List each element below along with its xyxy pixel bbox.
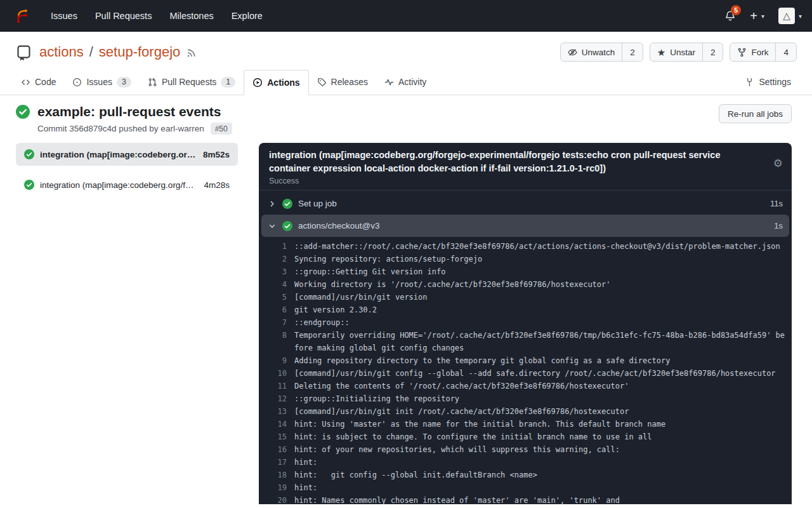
avatar: △: [778, 8, 795, 24]
pulse-icon: [384, 77, 394, 87]
log-line-number[interactable]: 1: [268, 240, 287, 253]
pull-requests-count-badge: 1: [221, 77, 235, 88]
step-duration: 1s: [774, 221, 783, 231]
log-line-text: hint: Using 'master' as the name for the…: [294, 418, 786, 431]
issues-count-badge: 3: [117, 77, 131, 88]
log-line-text: Deleting the contents of '/root/.cache/a…: [294, 380, 786, 392]
tab-releases[interactable]: Releases: [309, 69, 376, 95]
log-line-text: hint: git config --global init.defaultBr…: [294, 469, 786, 481]
tab-activity[interactable]: Activity: [376, 69, 435, 95]
log-line-number[interactable]: 11: [268, 380, 287, 392]
success-check-icon: [282, 199, 292, 209]
breadcrumb-separator: /: [89, 44, 93, 60]
repository-icon: [15, 44, 32, 62]
log-line-number[interactable]: 18: [268, 469, 287, 481]
log-line: 19hint:: [259, 481, 792, 494]
log-line: 2Syncing repository: actions/setup-forge…: [259, 253, 792, 265]
log-line-text: Temporarily overriding HOME='/root/.cach…: [294, 329, 786, 354]
log-line: 5[command]/usr/bin/git version: [259, 291, 792, 304]
log-line-text: [command]/usr/bin/git config --global --…: [294, 367, 786, 380]
job-status: Success: [269, 177, 782, 185]
log-line-number[interactable]: 8: [268, 329, 287, 342]
log-line: 13[command]/usr/bin/git init /root/.cach…: [259, 405, 792, 418]
log-line-text: ::group::Getting Git version info: [294, 265, 786, 278]
top-navbar: Issues Pull Requests Milestones Explore …: [0, 0, 812, 32]
log-line-number[interactable]: 10: [268, 367, 287, 380]
repo-name-link[interactable]: setup-forgejo: [99, 44, 180, 60]
log-line-number[interactable]: 19: [268, 481, 287, 494]
pull-request-icon: [148, 77, 157, 87]
success-check-icon: [24, 180, 34, 190]
log-line-number[interactable]: 6: [268, 304, 287, 316]
issue-icon: [72, 77, 82, 87]
fork-icon: [737, 48, 747, 57]
log-line-number[interactable]: 12: [268, 392, 287, 405]
notifications-button[interactable]: 5: [724, 10, 736, 22]
log-line: 15hint: is subject to change. To configu…: [259, 431, 792, 443]
log-line-number[interactable]: 15: [268, 431, 287, 443]
code-icon: [21, 77, 30, 87]
log-line-number[interactable]: 2: [268, 253, 287, 265]
tab-actions[interactable]: Actions: [244, 70, 308, 95]
job-duration: 8m52s: [203, 150, 230, 159]
tab-actions-label: Actions: [267, 77, 299, 88]
job-list-item[interactable]: integration (map[image:codeberg.org/forg…: [16, 143, 238, 166]
gear-icon[interactable]: ⚙: [773, 157, 783, 170]
unwatch-button[interactable]: Unwatch 2: [560, 43, 643, 62]
log-line-number[interactable]: 3: [268, 265, 287, 278]
nav-link-milestones[interactable]: Milestones: [160, 0, 222, 32]
nav-link-explore[interactable]: Explore: [223, 0, 272, 32]
forks-count[interactable]: 4: [775, 43, 796, 61]
log-line: 10[command]/usr/bin/git config --global …: [259, 367, 792, 380]
log-line-text: [command]/usr/bin/git version: [294, 291, 786, 304]
log-line: 17hint:: [259, 456, 792, 469]
log-line: 8Temporarily overriding HOME='/root/.cac…: [259, 329, 792, 354]
fork-button[interactable]: Fork 4: [730, 43, 797, 62]
log-line-text: Syncing repository: actions/setup-forgej…: [294, 253, 786, 265]
step-actions-checkout[interactable]: actions/checkout@v3 1s: [261, 215, 789, 237]
repo-owner-link[interactable]: actions: [39, 44, 84, 60]
unstar-button[interactable]: ★ Unstar 2: [650, 43, 724, 62]
rerun-all-jobs-button[interactable]: Re-run all jobs: [719, 104, 792, 123]
breadcrumb: actions / setup-forgejo: [39, 44, 180, 60]
step-setup-job[interactable]: Set up job 11s: [261, 192, 789, 215]
log-line: 14hint: Using 'master' as the name for t…: [259, 418, 792, 431]
user-menu-button[interactable]: △ ▾: [778, 8, 802, 24]
step-duration: 11s: [770, 199, 783, 208]
tab-pull-requests[interactable]: Pull Requests 1: [140, 69, 244, 95]
nav-link-pull-requests[interactable]: Pull Requests: [86, 0, 160, 32]
log-line-text: hint: Names commonly chosen instead of '…: [294, 494, 786, 504]
log-line-number[interactable]: 17: [268, 456, 287, 469]
watchers-count[interactable]: 2: [622, 43, 643, 61]
log-line: 1::add-matcher::/root/.cache/act/bf320ef…: [259, 240, 792, 253]
log-line-number[interactable]: 14: [268, 418, 287, 431]
log-line-number[interactable]: 20: [268, 494, 287, 504]
create-new-button[interactable]: + ▾: [750, 10, 764, 22]
job-detail-header: integration (map[image:codeberg.org/forg…: [259, 143, 792, 190]
chevron-down-icon: [268, 222, 277, 230]
job-detail-title: integration (map[image:codeberg.org/forg…: [269, 149, 782, 175]
stars-count[interactable]: 2: [702, 43, 723, 61]
tab-settings[interactable]: Settings: [737, 69, 799, 95]
log-line-number[interactable]: 13: [268, 405, 287, 418]
log-line-number[interactable]: 4: [268, 278, 287, 291]
log-line-text: ::endgroup::: [294, 316, 786, 329]
unstar-label: Unstar: [670, 48, 695, 57]
tab-issues[interactable]: Issues 3: [64, 69, 139, 95]
navbar-right: 5 + ▾ △ ▾: [724, 8, 802, 24]
log-line-text: hint:: [294, 481, 786, 494]
step-name: actions/checkout@v3: [298, 221, 380, 231]
forgejo-logo[interactable]: [10, 0, 33, 32]
log-line-number[interactable]: 5: [268, 291, 287, 304]
log-line-number[interactable]: 16: [268, 443, 287, 456]
log-line-number[interactable]: 9: [268, 354, 287, 367]
log-line-number[interactable]: 7: [268, 316, 287, 329]
run-title-block: example: pull-request events Commit 356d…: [16, 104, 232, 135]
job-list-item[interactable]: integration (map[image:codeberg.org/forg…: [16, 173, 238, 196]
log-line: 16hint: of your new repositories, which …: [259, 443, 792, 456]
tab-code[interactable]: Code: [13, 69, 64, 95]
steps-list: Set up job 11s actions/checkout@v3 1s: [259, 190, 792, 237]
log-line: 4Working directory is '/root/.cache/act/…: [259, 278, 792, 291]
nav-link-issues[interactable]: Issues: [42, 0, 86, 32]
rss-icon[interactable]: [186, 48, 197, 58]
